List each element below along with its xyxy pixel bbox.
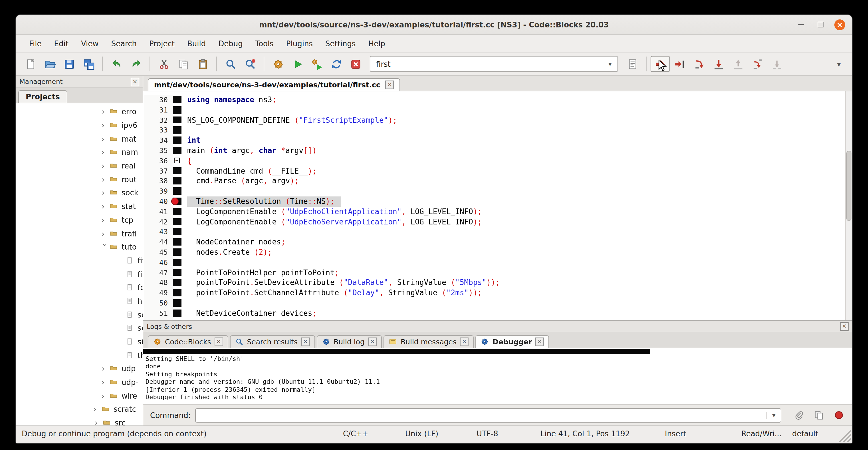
chevron-right-icon[interactable]: › xyxy=(101,189,108,197)
build-and-run-button[interactable] xyxy=(307,56,327,72)
chevron-right-icon[interactable]: › xyxy=(101,216,108,224)
tree-item-mat[interactable]: ›mat xyxy=(16,132,143,146)
chevron-right-icon[interactable]: › xyxy=(101,229,108,238)
tree-item-udp[interactable]: ›udp xyxy=(16,362,143,376)
fold-minus-icon[interactable]: − xyxy=(174,158,180,163)
menu-tools[interactable]: Tools xyxy=(249,37,280,50)
fold-margin[interactable] xyxy=(173,217,182,227)
line-number[interactable]: 33 xyxy=(143,125,173,136)
line-number[interactable]: 40 xyxy=(143,197,173,207)
code-text[interactable]: using namespace ns3; xyxy=(182,95,852,105)
tree-item-fif[interactable]: fif xyxy=(16,254,143,267)
line-number[interactable]: 48 xyxy=(143,278,173,288)
menu-debug[interactable]: Debug xyxy=(212,37,249,50)
fold-margin[interactable] xyxy=(173,166,182,176)
fold-margin[interactable] xyxy=(173,278,182,288)
chevron-right-icon[interactable]: › xyxy=(95,419,101,425)
tree-item-scratc[interactable]: ›scratc xyxy=(16,402,143,416)
code-text[interactable]: { xyxy=(182,156,852,166)
line-number[interactable]: 38 xyxy=(143,176,173,186)
save-button[interactable] xyxy=(59,56,79,72)
line-number[interactable]: 50 xyxy=(143,298,173,308)
chevron-down-icon[interactable]: › xyxy=(101,244,109,250)
line-number[interactable]: 32 xyxy=(143,115,173,125)
command-dropdown-icon[interactable]: ▾ xyxy=(767,412,781,419)
menu-edit[interactable]: Edit xyxy=(48,37,75,50)
line-number[interactable]: 45 xyxy=(143,247,173,258)
fold-margin[interactable] xyxy=(173,298,182,308)
fold-margin[interactable] xyxy=(173,258,182,268)
code-text[interactable]: devices = pointToPoint.Install (nodes); xyxy=(182,318,852,320)
chevron-right-icon[interactable]: › xyxy=(101,161,108,170)
chevron-down-icon[interactable]: ▾ xyxy=(602,60,617,68)
code-text[interactable]: CommandLine cmd (__FILE__); xyxy=(182,166,852,176)
menu-project[interactable]: Project xyxy=(143,37,181,50)
tree-item-erro[interactable]: ›erro xyxy=(16,105,143,119)
code-text[interactable]: Time::SetResolution (Time::NS); xyxy=(182,197,852,207)
fold-margin[interactable] xyxy=(173,268,182,278)
tree-item-se[interactable]: se xyxy=(16,322,143,335)
tab-close-icon[interactable]: × xyxy=(215,337,223,346)
management-close-icon[interactable]: × xyxy=(131,78,139,86)
fold-margin[interactable] xyxy=(173,237,182,247)
toolbar-overflow-button[interactable]: ▾ xyxy=(830,60,847,68)
tree-item-fir[interactable]: fir xyxy=(16,268,143,281)
logs-close-icon[interactable]: × xyxy=(840,322,848,331)
fold-margin[interactable]: − xyxy=(173,156,182,166)
fold-margin[interactable] xyxy=(173,146,182,156)
menu-view[interactable]: View xyxy=(75,37,105,50)
line-number[interactable]: 30 xyxy=(143,95,173,105)
chevron-right-icon[interactable]: › xyxy=(101,365,108,373)
next-instruction-button[interactable] xyxy=(748,56,767,72)
log-tab-build-messages[interactable]: Build messages× xyxy=(383,335,474,348)
editor-vertical-scrollbar[interactable] xyxy=(845,91,852,320)
step-into-instruction-button[interactable] xyxy=(767,56,786,72)
rebuild-button[interactable] xyxy=(327,56,346,72)
next-line-button[interactable] xyxy=(689,56,709,72)
fold-margin[interactable] xyxy=(173,186,182,197)
close-button[interactable]: × xyxy=(834,19,845,30)
run-button[interactable] xyxy=(288,56,307,72)
tree-item-ipv6[interactable]: ›ipv6 xyxy=(16,119,143,132)
build-target-combo[interactable]: first▾ xyxy=(370,56,618,72)
line-number[interactable]: 44 xyxy=(143,237,173,247)
save-all-button[interactable] xyxy=(79,56,98,72)
tree-item-se[interactable]: se xyxy=(16,308,143,322)
log-tab-code-blocks[interactable]: Code::Blocks× xyxy=(148,335,228,348)
line-number[interactable]: 43 xyxy=(143,227,173,237)
find-button[interactable] xyxy=(221,56,240,72)
menu-search[interactable]: Search xyxy=(105,37,143,50)
tree-item-rout[interactable]: ›rout xyxy=(16,173,143,186)
fold-margin[interactable] xyxy=(173,288,182,298)
chevron-right-icon[interactable]: › xyxy=(101,392,108,400)
menu-plugins[interactable]: Plugins xyxy=(280,37,319,50)
cut-button[interactable] xyxy=(154,56,174,72)
chevron-right-icon[interactable]: › xyxy=(101,134,108,143)
code-text[interactable] xyxy=(182,105,852,115)
new-file-button[interactable] xyxy=(21,56,40,72)
tree-item-trafl[interactable]: ›trafl xyxy=(16,227,143,240)
tab-close-icon[interactable]: × xyxy=(301,337,310,346)
code-text[interactable] xyxy=(182,125,852,136)
line-number[interactable]: 52 xyxy=(143,318,173,320)
copy-button[interactable] xyxy=(174,56,193,72)
line-number[interactable]: 31 xyxy=(143,105,173,115)
selected-log-row[interactable] xyxy=(143,349,650,354)
compile-report-button[interactable] xyxy=(623,56,642,72)
tree-item-sock[interactable]: ›sock xyxy=(16,186,143,200)
code-text[interactable]: pointToPoint.SetChannelAttribute ("Delay… xyxy=(182,288,852,298)
code-text[interactable]: NS_LOG_COMPONENT_DEFINE ("FirstScriptExa… xyxy=(182,115,852,125)
editor-tab-close-icon[interactable]: × xyxy=(385,81,394,89)
line-number[interactable]: 49 xyxy=(143,288,173,298)
tab-close-icon[interactable]: × xyxy=(460,337,468,346)
attachment-button[interactable] xyxy=(792,408,806,422)
tree-item-src[interactable]: ›src xyxy=(16,416,143,425)
run-to-cursor-button[interactable] xyxy=(670,56,689,72)
chevron-right-icon[interactable]: › xyxy=(94,405,100,414)
log-tab-debugger[interactable]: Debugger× xyxy=(475,335,549,348)
step-into-button[interactable] xyxy=(709,56,728,72)
code-editor[interactable]: 30using namespace ns3;3132NS_LOG_COMPONE… xyxy=(143,91,852,320)
scrollbar-thumb[interactable] xyxy=(846,151,851,221)
tab-close-icon[interactable]: × xyxy=(368,337,377,346)
line-number[interactable]: 47 xyxy=(143,268,173,278)
